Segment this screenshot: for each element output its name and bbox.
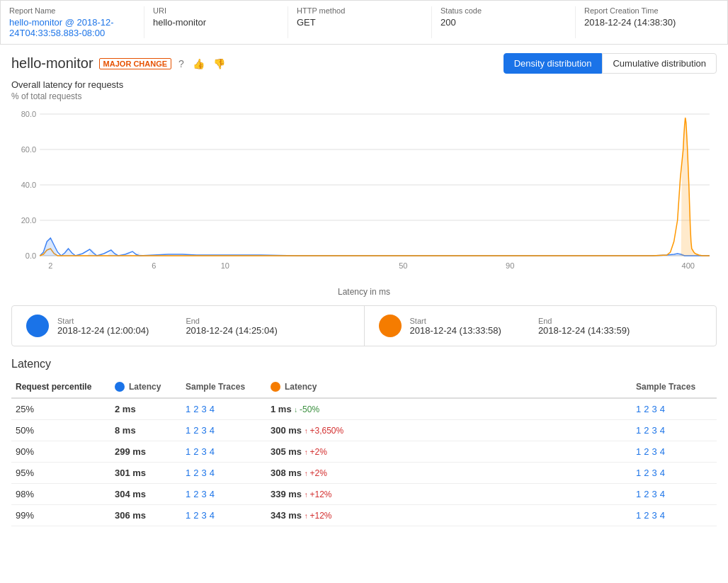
orange-trace-link-2[interactable]: 2 [644, 404, 649, 414]
blue-trace-link-3[interactable]: 3 [201, 425, 206, 436]
blue-latency-cell: 306 ms [110, 505, 181, 526]
blue-trace-link-4[interactable]: 4 [210, 468, 215, 478]
blue-trace-link-1[interactable]: 1 [186, 446, 190, 457]
th-request-percentile: Request percentile [11, 376, 110, 398]
orange-traces-cell: 1234 [632, 505, 717, 526]
th-orange-sample-traces: Sample Traces [632, 376, 717, 398]
orange-trace-link-3[interactable]: 3 [652, 404, 656, 414]
table-row: 25%2 ms12341 ms ↓ -50%1234 [11, 398, 717, 420]
blue-trace-link-3[interactable]: 3 [201, 489, 206, 499]
monitor-title: hello-monitor [11, 55, 93, 72]
orange-trace-link-4[interactable]: 4 [660, 489, 665, 499]
orange-trace-link-3[interactable]: 3 [652, 425, 656, 436]
orange-trace-link-2[interactable]: 2 [644, 489, 649, 499]
blue-trace-link-4[interactable]: 4 [210, 446, 215, 457]
orange-latency-value: 308 ms [271, 468, 305, 478]
help-icon-button[interactable]: ? [177, 57, 186, 71]
svg-marker-24 [136, 252, 143, 256]
blue-trace-link-1[interactable]: 1 [186, 510, 190, 521]
blue-trace-link-4[interactable]: 4 [210, 489, 215, 499]
orange-trace-link-3[interactable]: 3 [652, 489, 656, 499]
svg-text:20.0: 20.0 [21, 216, 37, 225]
thumbdown-button[interactable]: 👎 [212, 57, 227, 71]
chart-subtitle: Overall latency for requests [11, 79, 717, 90]
time-range-orange: Start 2018-12-24 (13:33:58) End 2018-12-… [365, 306, 717, 346]
orange-trace-link-1[interactable]: 1 [636, 468, 641, 478]
orange-trace-link-2[interactable]: 2 [644, 468, 649, 478]
orange-trace-link-4[interactable]: 4 [660, 404, 665, 414]
chart-ylabel: % of total requests [11, 91, 717, 101]
major-change-badge: MAJOR CHANGE [99, 58, 171, 69]
http-method-label: HTTP method [297, 6, 423, 15]
report-creation-time-value: 2018-12-24 (14:38:30) [584, 17, 710, 28]
orange-trace-link-1[interactable]: 1 [636, 510, 641, 521]
density-distribution-tab[interactable]: Density distribution [504, 53, 603, 74]
uri-item: URI hello-monitor [144, 6, 288, 38]
blue-traces-cell: 1234 [181, 441, 266, 463]
blue-trace-link-1[interactable]: 1 [186, 404, 190, 414]
change-value: -50% [300, 404, 319, 414]
blue-trace-link-2[interactable]: 2 [193, 425, 198, 436]
blue-trace-link-2[interactable]: 2 [193, 510, 198, 521]
svg-text:6: 6 [152, 261, 156, 270]
orange-trace-link-2[interactable]: 2 [644, 425, 649, 436]
orange-trace-link-3[interactable]: 3 [652, 510, 656, 521]
end-label-blue: End [186, 317, 277, 325]
main-content: hello-monitor MAJOR CHANGE ? 👍 👎 Density… [0, 45, 728, 535]
distribution-tab-group: Density distribution Cumulative distribu… [504, 53, 717, 74]
orange-trace-link-2[interactable]: 2 [644, 446, 649, 457]
orange-trace-link-4[interactable]: 4 [660, 446, 665, 457]
blue-trace-link-4[interactable]: 4 [210, 404, 215, 414]
orange-trace-link-4[interactable]: 4 [660, 510, 665, 521]
blue-latency-cell: 299 ms [110, 441, 181, 463]
http-method-value: GET [297, 17, 423, 28]
svg-text:10: 10 [221, 261, 229, 270]
blue-trace-link-2[interactable]: 2 [193, 404, 198, 414]
blue-trace-link-4[interactable]: 4 [210, 425, 215, 436]
uri-label: URI [153, 6, 279, 15]
orange-latency-value: 300 ms [271, 425, 305, 436]
orange-trace-link-1[interactable]: 1 [636, 489, 641, 499]
blue-trace-link-4[interactable]: 4 [210, 510, 215, 521]
time-range-row: Start 2018-12-24 (12:00:04) End 2018-12-… [11, 305, 717, 346]
blue-trace-link-1[interactable]: 1 [186, 468, 190, 478]
blue-trace-link-3[interactable]: 3 [201, 510, 206, 521]
orange-latency-cell: 339 ms ↑ +12% [266, 484, 632, 505]
blue-traces-cell: 1234 [181, 420, 266, 441]
chart-area: 80.0 60.0 40.0 20.0 0.0 2 6 10 50 90 400 [11, 107, 717, 284]
orange-trace-link-3[interactable]: 3 [652, 468, 656, 478]
table-row: 99%306 ms1234343 ms ↑ +12%1234 [11, 505, 717, 526]
orange-trace-link-1[interactable]: 1 [636, 425, 641, 436]
orange-trace-link-4[interactable]: 4 [660, 425, 665, 436]
blue-trace-link-1[interactable]: 1 [186, 489, 190, 499]
report-name-value: hello-monitor @ 2018-12-24T04:33:58.883-… [9, 17, 135, 38]
svg-text:40.0: 40.0 [21, 181, 37, 189]
thumbup-button[interactable]: 👍 [191, 57, 206, 71]
blue-trace-link-2[interactable]: 2 [193, 468, 198, 478]
end-val-orange: 2018-12-24 (14:33:59) [538, 325, 630, 336]
orange-trace-link-2[interactable]: 2 [644, 510, 649, 521]
blue-trace-link-3[interactable]: 3 [201, 404, 206, 414]
orange-trace-link-4[interactable]: 4 [660, 468, 665, 478]
blue-trace-link-3[interactable]: 3 [201, 446, 206, 457]
orange-trace-link-1[interactable]: 1 [636, 446, 641, 457]
orange-latency-value: 1 ms [271, 404, 294, 414]
orange-trace-link-1[interactable]: 1 [636, 404, 641, 414]
blue-trace-link-2[interactable]: 2 [193, 446, 198, 457]
time-range-blue-start: Start 2018-12-24 (12:00:04) [57, 317, 149, 336]
blue-trace-link-3[interactable]: 3 [201, 468, 206, 478]
report-name-label: Report Name [9, 6, 135, 15]
blue-latency-cell: 2 ms [110, 398, 181, 420]
status-code-item: Status code 200 [432, 6, 576, 38]
orange-trace-link-3[interactable]: 3 [652, 446, 656, 457]
svg-text:60.0: 60.0 [21, 145, 37, 154]
end-val-blue: 2018-12-24 (14:25:04) [186, 325, 277, 336]
blue-trace-link-2[interactable]: 2 [193, 489, 198, 499]
cumulative-distribution-tab[interactable]: Cumulative distribution [602, 53, 717, 74]
time-range-blue: Start 2018-12-24 (12:00:04) End 2018-12-… [12, 306, 365, 346]
blue-trace-link-1[interactable]: 1 [186, 425, 190, 436]
orange-latency-cell: 1 ms ↓ -50% [266, 398, 632, 420]
start-val-blue: 2018-12-24 (12:00:04) [57, 325, 149, 336]
report-header: Report Name hello-monitor @ 2018-12-24T0… [0, 0, 728, 45]
orange-dot [379, 315, 402, 337]
